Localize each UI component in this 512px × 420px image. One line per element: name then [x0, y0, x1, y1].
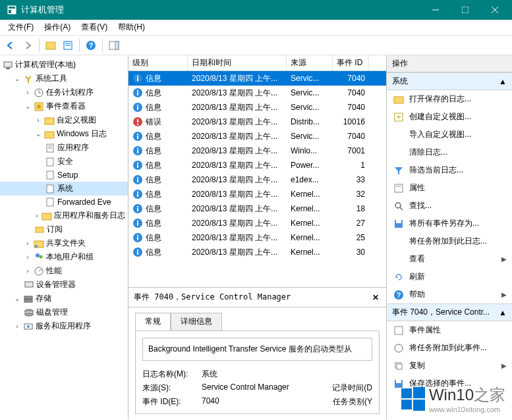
back-button[interactable]	[3, 38, 18, 53]
close-icon[interactable]: ✕	[370, 292, 381, 303]
tree-security[interactable]: 安全	[0, 155, 128, 169]
close-button[interactable]	[480, 0, 509, 20]
action-copy[interactable]: 复制▶	[387, 357, 512, 375]
table-row[interactable]: 信息2020/8/13 星期四 上午...Winlo...7001	[128, 144, 386, 158]
collapse-icon[interactable]: ⌄	[13, 295, 21, 303]
tree-disk-management[interactable]: 磁盘管理	[0, 305, 128, 319]
svg-rect-2	[9, 10, 11, 13]
tree-device-manager[interactable]: 设备管理器	[0, 278, 128, 292]
tree-root[interactable]: 计算机管理(本地)	[0, 58, 128, 72]
tree-forwarded[interactable]: Forwarded Eve	[0, 196, 128, 209]
col-source[interactable]: 来源	[287, 55, 333, 70]
val-log-name: 系统	[202, 369, 372, 380]
action-filter-log[interactable]: 筛选当前日志...	[387, 161, 512, 179]
svg-point-46	[27, 325, 30, 328]
expand-icon[interactable]: ›	[13, 323, 21, 330]
forward-button[interactable]	[20, 38, 36, 53]
action-import-custom[interactable]: 导入自定义视图...	[387, 126, 512, 144]
tree-setup[interactable]: Setup	[0, 169, 128, 182]
tree-subscriptions[interactable]: 订阅	[0, 223, 128, 236]
menubar: 文件(F) 操作(A) 查看(V) 帮助(H)	[0, 20, 512, 36]
table-row[interactable]: 信息2020/8/13 星期四 上午...Servic...7040	[128, 100, 386, 115]
action-help[interactable]: ?帮助▶	[387, 286, 512, 303]
panel-icon[interactable]	[106, 38, 122, 53]
action-save-all[interactable]: 将所有事件另存为...	[387, 215, 512, 232]
table-row[interactable]: 信息2020/8/13 星期四 上午...Servic...7040	[128, 129, 386, 144]
expand-icon[interactable]: ›	[24, 89, 32, 97]
tree-application[interactable]: 应用程序	[0, 141, 128, 155]
table-row[interactable]: 信息2020/8/13 星期四 上午...Kernel...30	[128, 245, 386, 259]
action-properties[interactable]: 属性	[387, 179, 512, 197]
cell-level: 信息	[146, 203, 161, 215]
tree-services-apps[interactable]: ›服务和应用程序	[0, 319, 128, 333]
action-save-selected[interactable]: 保存选择的事件...	[387, 375, 512, 392]
tree-system[interactable]: 系统	[0, 182, 128, 196]
grid-body[interactable]: 信息2020/8/13 星期四 上午...Servic...7040信息2020…	[128, 71, 386, 287]
table-row[interactable]: 信息2020/8/13 星期四 上午...Kernel...27	[128, 216, 386, 230]
col-eventid[interactable]: 事件 ID	[333, 55, 369, 70]
col-datetime[interactable]: 日期和时间	[188, 55, 287, 70]
menu-action[interactable]: 操作(A)	[39, 20, 76, 34]
expand-icon[interactable]: ›	[34, 212, 40, 220]
action-view[interactable]: 查看▶	[387, 250, 512, 268]
expand-icon[interactable]: ›	[24, 240, 32, 248]
actions-panel: 操作 系统▲ 打开保存的日志... +创建自定义视图... 导入自定义视图...…	[387, 55, 512, 419]
tab-general[interactable]: 常规	[135, 313, 171, 330]
table-row[interactable]: 信息2020/8/13 星期四 上午...Power...1	[128, 158, 386, 172]
minimize-button[interactable]	[420, 0, 450, 20]
action-find[interactable]: 查找...	[387, 197, 512, 215]
tree-storage[interactable]: ⌄存储	[0, 292, 128, 305]
help-icon[interactable]: ?	[83, 38, 99, 53]
actions-group-event[interactable]: 事件 7040，Service Contr...▲	[387, 303, 512, 321]
tree-app-service-logs[interactable]: ›应用程序和服务日志	[0, 209, 128, 223]
table-row[interactable]: 错误2020/8/13 星期四 上午...Distrib...10016	[128, 115, 386, 129]
detail-header: 事件 7040，Service Control Manager ✕	[128, 288, 386, 307]
action-open-saved[interactable]: 打开保存的日志...	[387, 90, 512, 108]
explorer-icon[interactable]	[43, 38, 59, 53]
expand-icon[interactable]: ›	[24, 267, 32, 275]
collapse-icon[interactable]: ⌄	[24, 103, 32, 111]
tree-custom-views[interactable]: ›自定义视图	[0, 113, 128, 127]
table-row[interactable]: 信息2020/8/13 星期四 上午...Kernel...25	[128, 230, 386, 245]
table-row[interactable]: 信息2020/8/13 星期四 上午...Servic...7040	[128, 71, 386, 86]
properties-icon[interactable]	[60, 38, 76, 53]
expand-icon[interactable]: ›	[34, 117, 42, 124]
cell-datetime: 2020/8/13 星期四 上午...	[188, 131, 287, 142]
tree-event-viewer[interactable]: ⌄事件查看器	[0, 99, 128, 113]
folder-icon	[44, 115, 55, 126]
expand-icon[interactable]: ›	[24, 253, 32, 261]
menu-help[interactable]: 帮助(H)	[113, 20, 150, 34]
collapse-icon[interactable]: ▲	[499, 308, 507, 317]
table-row[interactable]: 信息2020/8/13 星期四 上午...Kernel...18	[128, 201, 386, 216]
table-row[interactable]: 信息2020/8/13 星期四 上午...Kernel...32	[128, 187, 386, 201]
collapse-icon[interactable]: ⌄	[34, 130, 42, 138]
tree-performance[interactable]: ›性能	[0, 264, 128, 278]
action-event-props[interactable]: 事件属性	[387, 321, 512, 339]
action-refresh[interactable]: 刷新	[387, 268, 512, 286]
svg-rect-14	[115, 41, 119, 49]
table-row[interactable]: 信息2020/8/13 星期四 上午...e1dex...33	[128, 172, 386, 187]
tree-task-scheduler[interactable]: ›任务计划程序	[0, 86, 128, 99]
tree-local-users[interactable]: ›本地用户和组	[0, 250, 128, 264]
action-attach-task-event[interactable]: 将任务附加到此事件...	[387, 339, 512, 357]
collapse-icon[interactable]: ▲	[499, 77, 507, 86]
log-icon	[45, 170, 55, 180]
maximize-button[interactable]	[450, 0, 480, 20]
cell-datetime: 2020/8/13 星期四 上午...	[188, 203, 287, 215]
menu-view[interactable]: 查看(V)	[76, 20, 113, 34]
tree-shared-folders[interactable]: ›共享文件夹	[0, 236, 128, 250]
action-attach-task[interactable]: 将任务附加到此日志...	[387, 232, 512, 250]
tree-system-tools[interactable]: ⌄系统工具	[0, 72, 128, 86]
tab-details[interactable]: 详细信息	[171, 313, 222, 330]
menu-file[interactable]: 文件(F)	[3, 20, 39, 34]
svg-point-36	[40, 255, 43, 258]
action-create-custom[interactable]: +创建自定义视图...	[387, 108, 512, 126]
lbl-source: 来源(S):	[142, 382, 202, 394]
actions-group-system[interactable]: 系统▲	[387, 72, 512, 90]
navigation-tree[interactable]: 计算机管理(本地) ⌄系统工具 ›任务计划程序 ⌄事件查看器 ›自定义视图 ⌄W…	[0, 55, 128, 419]
table-row[interactable]: 信息2020/8/13 星期四 上午...Servic...7040	[128, 86, 386, 100]
action-clear-log[interactable]: 清除日志...	[387, 144, 512, 161]
collapse-icon[interactable]: ⌄	[13, 75, 21, 83]
tree-windows-logs[interactable]: ⌄Windows 日志	[0, 127, 128, 141]
col-level[interactable]: 级别	[128, 55, 188, 70]
